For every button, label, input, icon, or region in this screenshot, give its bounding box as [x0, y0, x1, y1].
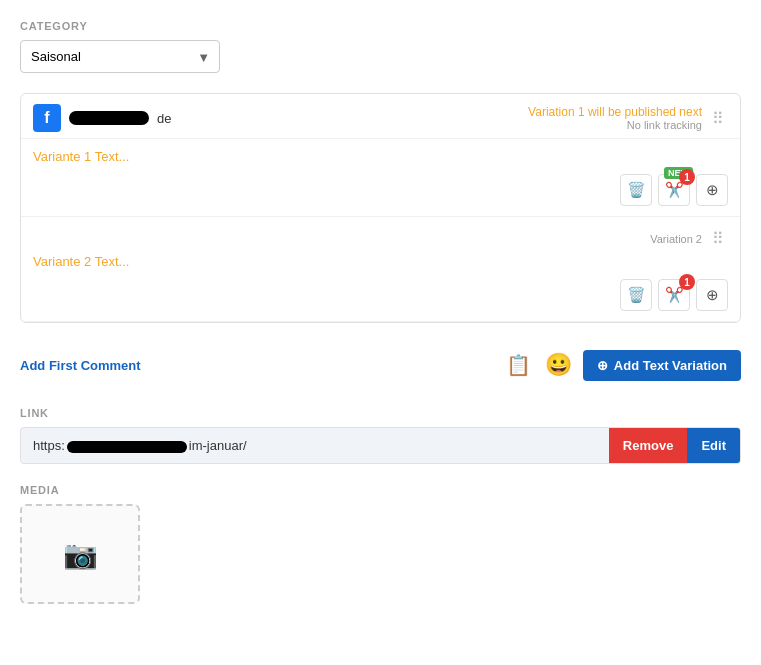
- category-select[interactable]: Saisonal Evergreen Promotion: [20, 40, 220, 73]
- no-tracking-text: No link tracking: [528, 119, 702, 131]
- add-first-comment-button[interactable]: Add First Comment: [20, 358, 141, 373]
- link-url-display: https:im-januar/: [21, 428, 609, 463]
- link-label: LINK: [20, 407, 741, 419]
- media-label: MEDIA: [20, 484, 741, 496]
- category-section: CATEGORY Saisonal Evergreen Promotion ▼: [20, 20, 741, 73]
- url-pill: [67, 441, 187, 453]
- copy-icon: 📋: [506, 353, 531, 377]
- variation-2-text: Variante 2 Text...: [33, 254, 728, 269]
- remove-link-button[interactable]: Remove: [609, 428, 688, 463]
- facebook-icon: f: [33, 104, 61, 132]
- variation-2-label-row: Variation 2 ⠿: [33, 227, 728, 250]
- drag-handle-variation-2-icon[interactable]: ⠿: [708, 227, 728, 250]
- emoji-button[interactable]: 😀: [543, 349, 575, 381]
- account-domain: de: [157, 111, 171, 126]
- emoji-icon: 😀: [545, 352, 572, 378]
- variation-2-tag: Variation 2: [650, 233, 702, 245]
- variation-2-count-badge: 1: [679, 274, 695, 290]
- post-header-right: Variation 1 will be published next No li…: [528, 105, 728, 131]
- publish-next-text: Variation 1 will be published next: [528, 105, 702, 119]
- add-text-variation-button[interactable]: ⊕ Add Text Variation: [583, 350, 741, 381]
- category-label: CATEGORY: [20, 20, 741, 32]
- edit-link-button[interactable]: Edit: [687, 428, 740, 463]
- variation-2-actions: 🗑️ ✂️ 1 ⊕: [33, 279, 728, 311]
- action-row: Add First Comment 📋 😀 ⊕ Add Text Variati…: [20, 339, 741, 391]
- copy-button[interactable]: 📋: [503, 349, 535, 381]
- variation-1-text: Variante 1 Text...: [33, 149, 728, 164]
- ai-variation-2-button[interactable]: ✂️ 1: [658, 279, 690, 311]
- url-suffix: im-januar/: [189, 438, 247, 453]
- drag-handle-icon[interactable]: ⠿: [708, 107, 728, 130]
- link-row: https:im-januar/ Remove Edit: [20, 427, 741, 464]
- delete-variation-2-button[interactable]: 🗑️: [620, 279, 652, 311]
- media-section: MEDIA 📷: [20, 484, 741, 604]
- ai-variation-1-button[interactable]: ✂️ NEW 1: [658, 174, 690, 206]
- delete-variation-1-button[interactable]: 🗑️: [620, 174, 652, 206]
- plus-circle-icon: ⊕: [597, 358, 608, 373]
- variation-2-block: Variation 2 ⠿ Variante 2 Text... 🗑️ ✂️ 1…: [21, 217, 740, 322]
- camera-icon: 📷: [63, 538, 98, 571]
- url-prefix: https:: [33, 438, 65, 453]
- link-section: LINK https:im-januar/ Remove Edit: [20, 407, 741, 464]
- variation-1-actions: 🗑️ ✂️ NEW 1 ⊕: [33, 174, 728, 206]
- account-pill: [69, 111, 149, 125]
- add-media-variation-1-button[interactable]: ⊕: [696, 174, 728, 206]
- media-upload-area[interactable]: 📷: [20, 504, 140, 604]
- variation-1-count-badge: 1: [679, 169, 695, 185]
- add-media-variation-2-button[interactable]: ⊕: [696, 279, 728, 311]
- post-card: f de Variation 1 will be published next …: [20, 93, 741, 323]
- post-header-left: f de: [33, 104, 171, 132]
- post-header: f de Variation 1 will be published next …: [21, 94, 740, 139]
- publish-status: Variation 1 will be published next No li…: [528, 105, 702, 131]
- category-select-wrap: Saisonal Evergreen Promotion ▼: [20, 40, 220, 73]
- variation-1-block: Variante 1 Text... 🗑️ ✂️ NEW 1 ⊕: [21, 139, 740, 217]
- action-row-right: 📋 😀 ⊕ Add Text Variation: [503, 349, 741, 381]
